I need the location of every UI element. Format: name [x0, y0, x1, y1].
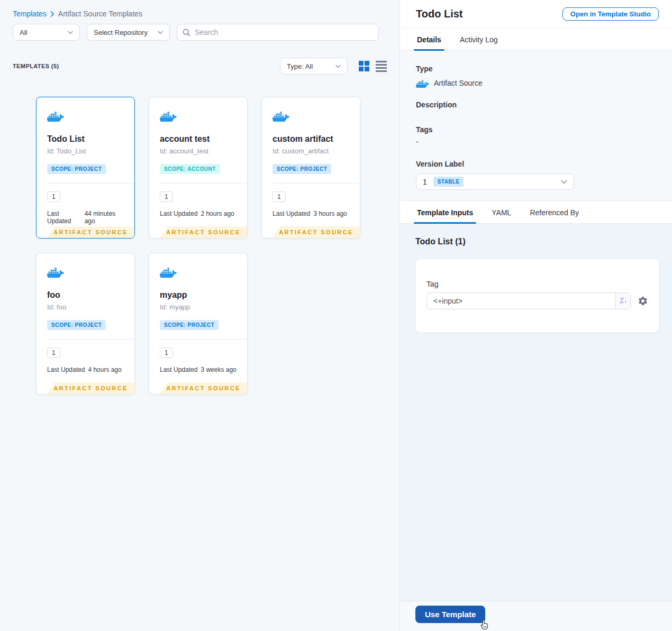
last-updated-label: Last Updated — [47, 366, 85, 373]
template-card-grid: Todo List Id: Todo_List SCOPE: PROJECT 1… — [36, 97, 399, 395]
last-updated-value: 2 hours ago — [201, 210, 234, 217]
version-label: Version Label — [416, 160, 656, 168]
divider — [273, 183, 360, 184]
use-template-button[interactable]: Use Template — [415, 606, 485, 623]
template-card-foo[interactable]: foo Id: foo SCOPE: PROJECT 1 Last Update… — [36, 253, 135, 395]
last-updated-value: 44 minutes ago — [85, 210, 124, 225]
repository-filter-value: Select Repository — [94, 29, 148, 36]
scope-filter-value: All — [20, 29, 27, 36]
list-view-icon[interactable] — [376, 61, 387, 72]
tab-details[interactable]: Details — [416, 28, 442, 50]
tag-input-wrap: Σx — [426, 292, 631, 309]
sigma-symbol: Σ — [620, 297, 624, 305]
last-updated-label: Last Updated — [160, 210, 197, 217]
version-value: 1 — [423, 178, 427, 186]
details-footer: Use Template — [400, 601, 672, 631]
tab-template-inputs[interactable]: Template Inputs — [416, 201, 474, 223]
type-filter-value: Type: All — [287, 62, 313, 70]
version-chip: 1 — [160, 347, 173, 358]
last-updated-value: 3 weeks ago — [201, 366, 236, 373]
template-card-custom-artifact[interactable]: custom artifact Id: custom_artifact SCOP… — [261, 97, 360, 239]
tag-input[interactable] — [427, 293, 615, 309]
last-updated-value: 3 hours ago — [313, 210, 347, 217]
tab-activity-log[interactable]: Activity Log — [459, 28, 499, 50]
chevron-down-icon — [68, 31, 73, 34]
chevron-down-icon — [335, 65, 341, 68]
docker-whale-icon — [273, 109, 289, 122]
template-details-panel: Todo List Open in Template Studio Detail… — [400, 0, 672, 631]
gear-icon[interactable] — [638, 296, 648, 306]
docker-whale-icon — [160, 265, 177, 278]
template-card-myapp[interactable]: myapp Id: myapp SCOPE: PROJECT 1 Last Up… — [149, 253, 248, 395]
chevron-down-icon — [158, 31, 163, 34]
template-card-account-test[interactable]: account test Id: account_test SCOPE: ACC… — [149, 97, 248, 239]
template-name: myapp — [160, 290, 237, 300]
scope-badge: SCOPE: ACCOUNT — [160, 164, 220, 174]
tab-yaml[interactable]: YAML — [491, 201, 512, 223]
version-chip: 1 — [160, 191, 173, 202]
chevron-right-icon — [50, 11, 55, 17]
last-updated-label: Last Updated — [273, 210, 310, 217]
template-id: Id: Todo_List — [47, 147, 124, 155]
tags-value: - — [416, 138, 656, 146]
details-header: Todo List Open in Template Studio — [400, 0, 672, 28]
tab-referenced-by[interactable]: Referenced By — [529, 201, 580, 223]
artifact-source-ribbon: ARTIFACT SOURCE — [273, 226, 360, 238]
scope-badge: SCOPE: PROJECT — [47, 164, 106, 174]
details-section: Type Artifact Source Description Tags - … — [400, 51, 672, 201]
grid-view-icon[interactable] — [359, 61, 369, 71]
scope-badge: SCOPE: PROJECT — [273, 164, 331, 174]
templates-panel: Templates Artifact Source Templates All … — [0, 0, 400, 631]
template-id: Id: foo — [47, 303, 124, 311]
template-id: Id: account_test — [160, 147, 237, 155]
template-id: Id: custom_artifact — [273, 147, 349, 155]
template-name: foo — [47, 290, 124, 300]
open-in-template-studio-button[interactable]: Open in Template Studio — [562, 7, 659, 21]
repository-filter-dropdown[interactable]: Select Repository — [87, 24, 170, 41]
breadcrumb: Templates Artifact Source Templates — [0, 0, 399, 18]
type-label: Type — [416, 65, 656, 73]
docker-whale-icon — [416, 78, 429, 88]
template-card-todo-list[interactable]: Todo List Id: Todo_List SCOPE: PROJECT 1… — [36, 97, 135, 239]
divider — [160, 183, 247, 184]
docker-whale-icon — [160, 109, 177, 122]
description-label: Description — [416, 100, 656, 109]
template-inputs-content: Todo List (1) Tag Σx — [400, 224, 672, 602]
stable-badge: STABLE — [433, 177, 464, 187]
chevron-down-icon — [561, 180, 567, 184]
sigma-expression-icon[interactable]: Σx — [615, 293, 630, 309]
list-header: TEMPLATES (5) Type: All — [13, 58, 387, 75]
breadcrumb-current: Artifact Source Templates — [58, 10, 142, 18]
template-name: account test — [160, 134, 237, 144]
last-updated-label: Last Updated — [160, 366, 197, 373]
version-chip: 1 — [47, 347, 60, 358]
artifact-source-ribbon: ARTIFACT SOURCE — [47, 382, 134, 394]
details-tabs: Details Activity Log — [400, 28, 672, 51]
version-chip: 1 — [273, 191, 286, 202]
scope-badge: SCOPE: PROJECT — [160, 320, 219, 330]
docker-whale-icon — [47, 265, 64, 278]
search-field[interactable] — [177, 24, 379, 41]
version-select-dropdown[interactable]: 1 STABLE — [416, 173, 574, 190]
tags-label: Tags — [416, 125, 656, 134]
templates-count-label: TEMPLATES (5) — [13, 63, 59, 69]
breadcrumb-templates-link[interactable]: Templates — [13, 10, 47, 18]
template-id: Id: myapp — [160, 303, 237, 311]
inputs-tabs: Template Inputs YAML Referenced By — [400, 201, 672, 224]
panel-title: Todo List — [416, 8, 463, 20]
inputs-heading: Todo List (1) — [415, 237, 656, 246]
type-value: Artifact Source — [434, 79, 483, 87]
inputs-card: Tag Σx — [415, 259, 659, 333]
tag-field-label: Tag — [426, 280, 648, 288]
last-updated-value: 4 hours ago — [88, 366, 121, 373]
filter-bar: All Select Repository — [13, 24, 399, 41]
scope-filter-dropdown[interactable]: All — [13, 24, 80, 41]
divider — [160, 339, 247, 340]
divider — [47, 183, 134, 184]
type-filter-dropdown[interactable]: Type: All — [280, 58, 348, 75]
artifact-source-ribbon: ARTIFACT SOURCE — [160, 226, 247, 238]
version-chip: 1 — [47, 191, 60, 202]
docker-whale-icon — [47, 109, 64, 122]
template-name: custom artifact — [273, 134, 349, 144]
search-input[interactable] — [195, 28, 373, 36]
